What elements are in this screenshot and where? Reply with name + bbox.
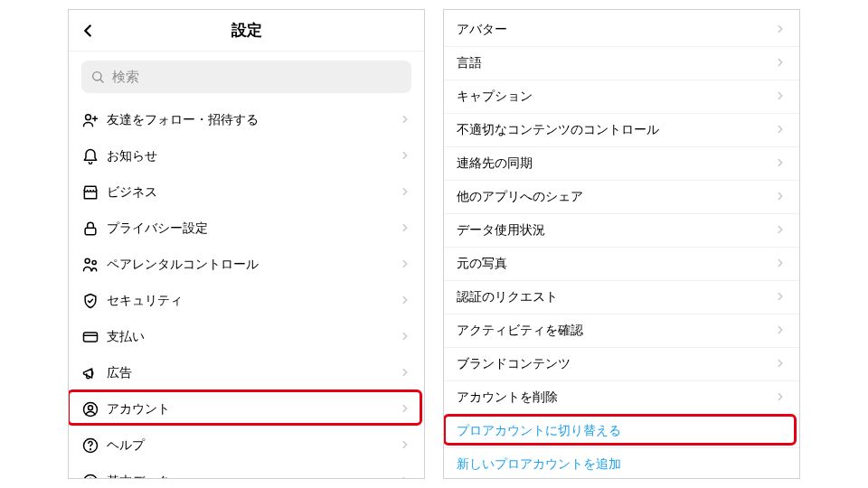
chevron-right-icon: [774, 23, 787, 38]
shield-icon: [81, 292, 107, 310]
chevron-right-icon: [774, 390, 787, 406]
account-item-label: 言語: [457, 55, 774, 71]
chevron-right-icon: [399, 366, 411, 381]
settings-item-about[interactable]: 基本データ: [69, 464, 424, 479]
account-item-branded[interactable]: ブランドコンテンツ: [444, 348, 799, 381]
account-item-sharing[interactable]: 他のアプリへのシェア: [444, 181, 799, 214]
chevron-right-icon: [399, 402, 411, 418]
lock-icon: [81, 220, 107, 238]
svg-rect-5: [85, 228, 96, 234]
account-item-delete-account[interactable]: アカウントを削除: [444, 381, 799, 415]
svg-point-2: [86, 115, 91, 120]
chevron-right-icon: [774, 89, 787, 105]
account-item-add-pro[interactable]: 新しいプロアカウントを追加: [444, 448, 799, 479]
bell-icon: [81, 147, 107, 165]
svg-point-6: [85, 258, 90, 263]
svg-point-7: [92, 260, 96, 264]
settings-list: 友達をフォロー・招待するお知らせビジネスプライバシー設定ペアレンタルコントロール…: [69, 102, 424, 479]
settings-item-label: ペアレンタルコントロール: [107, 257, 399, 273]
parental-icon: [81, 256, 107, 274]
svg-point-11: [89, 406, 93, 410]
settings-item-label: 支払い: [107, 329, 399, 345]
chevron-right-icon: [399, 258, 411, 273]
settings-item-notifications[interactable]: お知らせ: [69, 138, 424, 174]
header: 設定: [69, 10, 424, 52]
search-icon: [90, 70, 105, 84]
settings-item-label: セキュリティ: [107, 293, 399, 309]
account-item-label: アバター: [457, 22, 774, 38]
settings-item-follow-invite[interactable]: 友達をフォロー・招待する: [69, 102, 424, 138]
account-item-label: プロアカウントに切り替える: [457, 423, 787, 439]
settings-item-parental[interactable]: ペアレンタルコントロール: [69, 247, 424, 283]
account-item-label: 連絡先の同期: [457, 155, 774, 172]
account-item-label: ブランドコンテンツ: [457, 356, 774, 372]
account-item-sensitive[interactable]: 不適切なコンテンツのコントロール: [444, 114, 799, 147]
account-item-label: 認証のリクエスト: [457, 289, 774, 305]
chevron-right-icon: [774, 190, 787, 205]
chevron-right-icon: [399, 221, 411, 237]
card-icon: [81, 328, 107, 346]
svg-line-1: [100, 80, 103, 82]
account-item-language[interactable]: 言語: [444, 47, 799, 80]
person-plus-icon: [81, 111, 107, 129]
account-item-label: 元の写真: [457, 256, 774, 272]
account-item-avatar[interactable]: アバター: [444, 14, 799, 47]
chevron-right-icon: [399, 185, 411, 201]
chevron-right-icon: [774, 290, 787, 305]
account-screen: アバター言語キャプション不適切なコンテンツのコントロール連絡先の同期他のアプリへ…: [443, 9, 800, 479]
settings-item-label: ヘルプ: [107, 437, 399, 454]
svg-point-13: [90, 449, 91, 450]
chevron-right-icon: [399, 438, 411, 454]
settings-item-account[interactable]: アカウント: [69, 391, 424, 427]
store-icon: [81, 183, 107, 202]
settings-item-ads[interactable]: 広告: [69, 355, 424, 391]
page-title: 設定: [231, 20, 262, 41]
chevron-right-icon: [399, 149, 411, 164]
chevron-left-icon: [78, 21, 98, 41]
settings-item-business[interactable]: ビジネス: [69, 174, 424, 211]
account-item-data-usage[interactable]: データ使用状況: [444, 214, 799, 248]
account-item-label: 不適切なコンテンツのコントロール: [457, 122, 774, 138]
search-input[interactable]: 検索: [81, 61, 411, 93]
account-item-verification[interactable]: 認証のリクエスト: [444, 281, 799, 314]
account-list: アバター言語キャプション不適切なコンテンツのコントロール連絡先の同期他のアプリへ…: [444, 10, 799, 479]
chevron-right-icon: [399, 474, 411, 480]
settings-item-label: ビジネス: [107, 184, 399, 201]
account-item-label: 新しいプロアカウントを追加: [457, 456, 787, 473]
settings-item-privacy[interactable]: プライバシー設定: [69, 211, 424, 247]
settings-item-payments[interactable]: 支払い: [69, 319, 424, 355]
account-item-captions[interactable]: キャプション: [444, 80, 799, 114]
chevron-right-icon: [774, 223, 787, 239]
account-item-original-photos[interactable]: 元の写真: [444, 248, 799, 281]
account-item-label: アカウントを削除: [457, 389, 774, 406]
account-item-label: キャプション: [457, 89, 774, 105]
settings-item-security[interactable]: セキュリティ: [69, 283, 424, 319]
settings-item-label: アカウント: [107, 401, 399, 418]
chevron-right-icon: [774, 257, 787, 272]
account-item-contacts-sync[interactable]: 連絡先の同期: [444, 147, 799, 181]
chevron-right-icon: [774, 324, 787, 339]
settings-item-label: 友達をフォロー・招待する: [107, 112, 399, 128]
back-button[interactable]: [78, 10, 98, 52]
account-item-label: データ使用状況: [457, 222, 774, 239]
settings-item-label: 広告: [107, 365, 399, 381]
chevron-right-icon: [774, 123, 787, 138]
chevron-right-icon: [774, 56, 787, 71]
search-placeholder: 検索: [112, 69, 139, 86]
svg-point-14: [84, 475, 98, 480]
svg-point-16: [90, 478, 91, 479]
chevron-right-icon: [399, 330, 411, 345]
settings-item-label: お知らせ: [107, 148, 399, 164]
account-item-activity[interactable]: アクティビティを確認: [444, 314, 799, 348]
svg-rect-8: [84, 333, 98, 342]
user-icon: [81, 400, 107, 418]
account-item-switch-pro[interactable]: プロアカウントに切り替える: [444, 415, 799, 448]
megaphone-icon: [81, 364, 107, 382]
info-icon: [81, 473, 107, 479]
settings-item-label: 基本データ: [107, 474, 399, 479]
chevron-right-icon: [774, 357, 787, 372]
chevron-right-icon: [774, 156, 787, 172]
settings-item-help[interactable]: ヘルプ: [69, 427, 424, 464]
settings-item-label: プライバシー設定: [107, 221, 399, 237]
chevron-right-icon: [399, 113, 411, 128]
